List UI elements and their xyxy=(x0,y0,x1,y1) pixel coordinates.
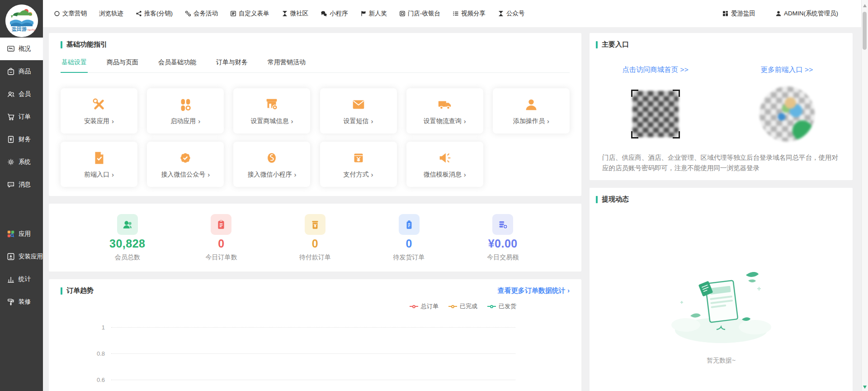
qr-corner-icon xyxy=(673,131,680,138)
topnav-distribution[interactable]: 推客(分销) xyxy=(136,10,173,18)
scrollbar-thumb[interactable] xyxy=(863,12,867,50)
card-label: 微信模板消息› xyxy=(424,171,466,179)
legend-completed[interactable]: 已完成 xyxy=(448,302,477,310)
scroll-down-arrow-icon[interactable] xyxy=(863,386,867,389)
sidebar-item-install-apps[interactable]: 安装应用 xyxy=(0,245,43,268)
sidebar-item-decorate[interactable]: 装修 xyxy=(0,291,43,313)
stat-pending-payment: 0 待付款订单 xyxy=(292,214,338,262)
card-add-operator[interactable]: 添加操作员› xyxy=(493,88,570,134)
chat-bubble-icon xyxy=(7,181,15,189)
y-axis-tick: 0.8 xyxy=(61,350,111,357)
chevron-right-icon: › xyxy=(198,117,200,125)
topnav-label: 公众号 xyxy=(506,10,525,18)
sidebar-item-orders[interactable]: 订单 xyxy=(0,105,43,128)
card-install-app[interactable]: 安装应用› xyxy=(61,88,137,134)
hourglass-icon xyxy=(282,10,288,17)
sidebar-item-label: 统计 xyxy=(19,275,31,283)
legend-shipped[interactable]: 已发货 xyxy=(487,302,516,310)
sidebar-item-messages[interactable]: 消息 xyxy=(0,173,43,196)
topnav-browse-tracks[interactable]: 浏览轨迹 xyxy=(99,10,123,18)
card-payment[interactable]: 支付方式› xyxy=(320,142,397,187)
topnav-official-account[interactable]: 公众号 xyxy=(498,10,525,18)
main-entry-panel: 主要入口 点击访问商城首页 >> 更多前端入口 >> xyxy=(590,33,853,180)
legend-label: 已发货 xyxy=(499,302,516,310)
card-logistics[interactable]: 设置物流查询› xyxy=(406,88,483,134)
list-icon xyxy=(453,10,459,17)
card-mall-info[interactable]: 设置商城信息› xyxy=(233,88,310,134)
shop-gear-icon xyxy=(264,97,279,112)
chevron-right-icon: › xyxy=(291,117,293,125)
sidebar-item-goods[interactable]: 商品 xyxy=(0,60,43,83)
colored-apps-icon xyxy=(7,230,15,238)
sidebar-item-label: 消息 xyxy=(19,181,31,189)
stat-label: 今日交易额 xyxy=(487,253,519,262)
guide-panel: 基础功能指引 基础设置 商品与页面 会员基础功能 订单与财务 常用营销活动 安装… xyxy=(49,33,581,196)
entry-links: 点击访问商城首页 >> 更多前端入口 >> xyxy=(590,65,853,75)
user-icon xyxy=(775,10,782,17)
card-frontend-entry[interactable]: 前端入口› xyxy=(61,142,137,187)
card-label: 支付方式› xyxy=(344,171,373,179)
topnav-mini-program[interactable]: 小程序 xyxy=(321,10,348,18)
page-scrollbar[interactable] xyxy=(861,0,868,391)
side-column: 主要入口 点击访问商城首页 >> 更多前端入口 >> xyxy=(590,33,853,391)
stat-label: 待发货订单 xyxy=(393,253,425,262)
topnav-newcomer-award[interactable]: 新人奖 xyxy=(360,10,387,18)
sidebar-item-label: 订单 xyxy=(19,113,31,121)
sidebar-item-finance[interactable]: 财务 xyxy=(0,128,43,151)
sidebar-item-label: 应用 xyxy=(19,230,31,238)
legend-total-orders[interactable]: 总订单 xyxy=(410,302,439,310)
store-icon xyxy=(399,10,406,17)
panel-title-text: 主要入口 xyxy=(602,40,629,49)
sidebar-item-members[interactable]: 会员 xyxy=(0,83,43,105)
visit-mall-home-link[interactable]: 点击访问商城首页 >> xyxy=(590,65,721,75)
topnav-label: 门店-收银台 xyxy=(408,10,440,18)
tab-marketing[interactable]: 常用营销活动 xyxy=(267,54,307,73)
legend-marker-icon xyxy=(448,305,457,308)
more-frontend-entries-link[interactable]: 更多前端入口 >> xyxy=(721,65,853,75)
scroll-up-arrow-icon[interactable] xyxy=(863,4,867,7)
sidebar-item-system[interactable]: 系统 xyxy=(0,151,43,173)
tab-member-basics[interactable]: 会员基础功能 xyxy=(157,54,197,73)
card-label: 接入微信小程序› xyxy=(247,171,296,179)
legend-marker-icon xyxy=(410,305,418,308)
card-label: 添加操作员› xyxy=(513,117,549,125)
topnav-custom-forms[interactable]: 自定义表单 xyxy=(230,10,269,18)
stat-icon-wrap xyxy=(117,214,138,235)
stat-label: 待付款订单 xyxy=(299,253,331,262)
circle-icon xyxy=(54,10,60,17)
tab-orders-finance[interactable]: 订单与财务 xyxy=(215,54,249,73)
topnav-article-marketing[interactable]: 文章营销 xyxy=(54,10,87,18)
more-order-stats-link[interactable]: 查看更多订单数据统计 › xyxy=(498,286,570,295)
clipboard-icon xyxy=(404,219,415,230)
account-menu[interactable]: ADMIN(系统管理员) xyxy=(775,10,838,18)
topnav-micro-community[interactable]: 微社区 xyxy=(282,10,309,18)
app-logo[interactable]: 盐田游 YanTian xyxy=(5,5,38,37)
card-template-message[interactable]: 微信模板消息› xyxy=(406,142,483,187)
dotted-gridline xyxy=(111,353,515,354)
dotted-gridline xyxy=(111,380,515,380)
people-icon xyxy=(7,90,15,98)
megaphone-icon xyxy=(437,150,453,166)
miniprogram-qr-code xyxy=(760,86,815,142)
legend-marker-icon xyxy=(487,305,496,308)
truck-icon xyxy=(437,97,453,112)
card-wechat-miniprogram[interactable]: 接入微信小程序› xyxy=(233,142,310,187)
card-launch-app[interactable]: 启动应用› xyxy=(147,88,224,134)
sidebar-item-statistics[interactable]: 统计 xyxy=(0,268,43,291)
card-label: 安装应用› xyxy=(84,117,114,125)
tab-basic-settings[interactable]: 基础设置 xyxy=(61,54,88,73)
topnav-video-share[interactable]: 视频分享 xyxy=(453,10,486,18)
sidebar-item-overview[interactable]: 概况 xyxy=(0,38,43,60)
shop-switcher[interactable]: 爱游盐田 xyxy=(722,10,755,18)
envelope-icon xyxy=(351,97,366,112)
topnav-conference[interactable]: 会务活动 xyxy=(185,10,218,18)
apps-grid-icon xyxy=(178,97,193,112)
card-sms[interactable]: 设置短信› xyxy=(320,88,397,134)
card-label: 启动应用› xyxy=(170,117,200,125)
tab-goods-pages[interactable]: 商品与页面 xyxy=(106,54,139,73)
sidebar-item-apps[interactable]: 应用 xyxy=(0,223,43,245)
card-label: 接入微信公众号› xyxy=(161,171,210,179)
card-wechat-official[interactable]: 接入微信公众号› xyxy=(147,142,224,187)
stat-value: 30,828 xyxy=(109,237,145,250)
topnav-store-pos[interactable]: 门店-收银台 xyxy=(399,10,440,18)
